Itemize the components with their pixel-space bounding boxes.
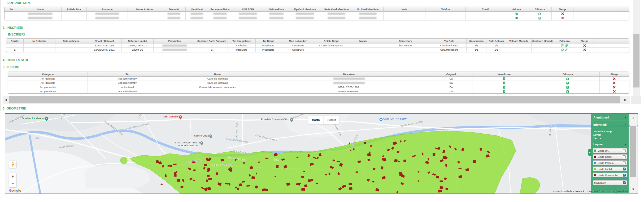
redacted-cell [208, 12, 232, 16]
table-row: 218426/28-07-202122304-C22IntabulareProp… [6, 48, 629, 52]
scroll-left-icon[interactable]: ◀ [3, 96, 9, 104]
layer-label: Limita Sector [598, 155, 623, 158]
keyboard-shortcuts-link[interactable]: Comenzi rapide de la tastatură [553, 190, 584, 193]
cell [347, 48, 379, 52]
redacted-value [269, 17, 284, 19]
horizontal-scrollbar[interactable]: ◀ ▶ [3, 96, 630, 104]
panel-divider [591, 179, 629, 179]
chevron-up-icon: ▲ [625, 124, 626, 126]
layer-item-limita-constructie[interactable]: Limita Constructie✓ [593, 173, 627, 177]
zoom-in-button[interactable]: + [9, 173, 16, 180]
column-header: Comentarii [379, 39, 432, 43]
layer-checkbox[interactable] [623, 149, 626, 152]
map-poi[interactable]: Gradina lui Marinel [22, 117, 49, 122]
panel-section-informatii[interactable]: Informatii ▲ [591, 121, 629, 127]
column-header: Categorie [8, 72, 88, 77]
x-icon[interactable] [583, 48, 586, 51]
attach-icon[interactable] [565, 48, 568, 51]
layer-checkbox[interactable]: ✓ [623, 168, 626, 170]
map-type-satellite-button[interactable]: Satelit [323, 116, 340, 124]
cell: Conventie [281, 43, 315, 48]
map-poi[interactable]: CARPORTAR SERV [379, 117, 407, 122]
pegman-streetview-button[interactable] [9, 161, 16, 168]
cell [506, 43, 532, 48]
redacted-cell [352, 12, 384, 16]
vertical-scrollbar[interactable]: ▼ [633, 0, 640, 104]
cell: 2 [6, 48, 24, 52]
globe-icon[interactable] [515, 16, 518, 20]
panel-scroll-down-icon[interactable]: ▼ [630, 187, 637, 191]
doc-icon[interactable] [503, 86, 506, 89]
action-cell [536, 85, 600, 89]
map-type-map-button[interactable]: Hartă [308, 116, 323, 124]
layer-checkbox[interactable]: ✓ [623, 174, 626, 177]
scroll-right-icon[interactable]: ▶ [622, 96, 629, 104]
layer-checkbox[interactable] [623, 161, 626, 164]
poi-label: Gradina lui Marinel [22, 117, 45, 120]
layer-item-limita-parcela[interactable]: Limita Parcela [593, 160, 627, 165]
action-cell [600, 85, 629, 89]
edit-icon[interactable] [566, 90, 569, 93]
x-icon[interactable] [613, 77, 616, 80]
column-header: Initiala Tata [62, 7, 87, 12]
panel-scrollbar[interactable]: ▲ ▼ [630, 115, 637, 193]
cell [347, 43, 379, 48]
action-cell [472, 81, 536, 85]
edit-icon[interactable] [566, 86, 569, 89]
left-border-outer [0, 0, 1, 111]
redacted-value [239, 13, 257, 15]
x-icon[interactable] [583, 44, 586, 47]
edit-icon[interactable] [561, 44, 564, 47]
map-poi[interactable]: Srl Farmacie [163, 115, 182, 121]
edit-icon[interactable] [566, 81, 569, 85]
layer-item-limita-imobil[interactable]: Limita Imobil✓ [593, 166, 627, 171]
map-poi[interactable]: Primăria Comunei Oituz [261, 118, 294, 123]
terms-of-use-link[interactable]: Condiții de utilizare [609, 190, 628, 193]
doc-icon[interactable] [503, 81, 506, 85]
poi-pin-icon [179, 115, 182, 120]
panel-scrollbar-thumb[interactable] [630, 126, 636, 177]
x-icon[interactable] [561, 16, 564, 20]
column-header: Tip Cota [432, 39, 467, 43]
layer-checkbox[interactable]: ✓ [623, 181, 626, 184]
edit-icon[interactable] [561, 48, 564, 51]
map-poi[interactable]: Serele Oituz [194, 134, 213, 140]
table-row: Act proprietateAct notarialContract de v… [8, 85, 629, 89]
cell [425, 16, 466, 20]
edit-icon[interactable] [538, 16, 542, 20]
doc-icon[interactable] [503, 90, 506, 93]
fisiere-table: CategorieTipNumeDescriereOriginalVizuali… [8, 72, 629, 94]
redacted-cell [208, 16, 232, 20]
vertical-scrollbar-thumb[interactable] [633, 34, 639, 87]
edit-icon[interactable] [566, 77, 569, 80]
column-header: Vizualizare [472, 72, 536, 77]
layer-item-masuratori[interactable]: Masuratori✓ [593, 180, 627, 185]
layer-item-limita-sector[interactable]: Limita Sector [593, 154, 627, 159]
x-icon[interactable] [561, 12, 564, 15]
x-icon[interactable] [613, 86, 616, 89]
layer-checkbox[interactable] [623, 155, 626, 158]
panel-section-layere[interactable]: Layere ▲ [591, 141, 629, 147]
google-logo[interactable]: Google [9, 188, 21, 192]
cell [379, 48, 432, 52]
layer-label: Limita Constructie [598, 174, 623, 177]
action-cell [575, 48, 594, 52]
edit-icon[interactable] [538, 12, 542, 15]
layer-item-limita-uat[interactable]: Limita UAT [593, 148, 627, 153]
globe-icon[interactable] [515, 12, 518, 15]
attach-icon[interactable] [565, 44, 568, 47]
zoom-out-button[interactable]: − [9, 180, 16, 187]
panel-scroll-up-icon[interactable]: ▲ [630, 116, 637, 119]
map-poi[interactable]: Casa de copii "MariaMontini Lavezzari" [175, 141, 204, 147]
panel-collapse-tab[interactable]: ▶ [588, 149, 591, 156]
x-icon[interactable] [613, 81, 616, 85]
panel-section-atentionari[interactable]: Atentionari ▼ [591, 114, 629, 120]
horizontal-scrollbar-thumb[interactable] [9, 96, 620, 103]
map-zoom-control: + − [9, 173, 16, 187]
doc-icon[interactable] [503, 77, 506, 80]
x-icon[interactable] [613, 90, 616, 93]
cell [128, 12, 162, 16]
cell [5, 12, 19, 16]
map-canvas[interactable]: Valea StefanuluiStrada BadinStrada Tudor… [5, 114, 638, 194]
column-header: Tip Inregistrare [228, 39, 256, 43]
